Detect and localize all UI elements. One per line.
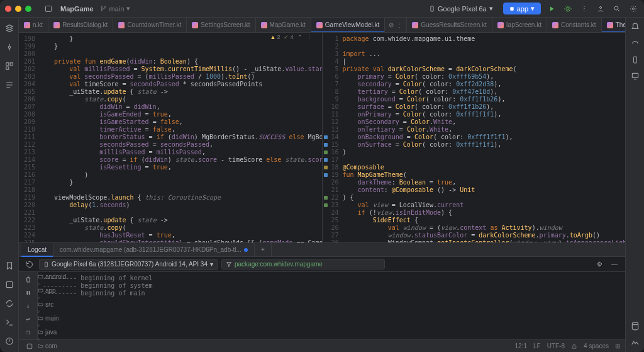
structure-tool-icon[interactable] bbox=[3, 78, 16, 92]
sync-icon[interactable] bbox=[3, 297, 16, 310]
file-tab[interactable]: ResultsDialog.kt bbox=[48, 18, 113, 32]
clear-log-icon[interactable] bbox=[23, 275, 34, 284]
nav-home-icon[interactable] bbox=[24, 341, 35, 352]
pin-icon[interactable]: ⊘ bbox=[389, 21, 394, 28]
database-icon[interactable] bbox=[630, 321, 641, 332]
caret-position[interactable]: 12:1 bbox=[514, 343, 526, 349]
notifications-icon[interactable] bbox=[630, 21, 641, 33]
git-branch[interactable]: main ▾ bbox=[100, 4, 131, 13]
restart-logcat-icon[interactable] bbox=[24, 259, 35, 270]
logcat-process-tab[interactable]: com.whidev.mapgame (adb-31281JEGR00737-H… bbox=[53, 243, 255, 256]
logcat-device-dropdown[interactable]: Google Pixel 6a (31281JEGR00737) Android… bbox=[39, 259, 218, 270]
device-selector[interactable]: Google Pixel 6a ▾ bbox=[424, 3, 498, 14]
tab-label: CountdownTimer.kt bbox=[127, 21, 181, 28]
logcat-filter-input[interactable]: package:com.whidev.mapgame bbox=[221, 259, 385, 270]
file-tab[interactable]: MapGame.kt bbox=[256, 18, 311, 32]
tab-actions[interactable]: ⊘ ⋮ bbox=[385, 18, 407, 32]
line-separator[interactable]: LF bbox=[533, 343, 541, 349]
code-with-me-icon[interactable] bbox=[595, 3, 606, 14]
collapse-panel-icon[interactable]: — bbox=[609, 259, 620, 270]
breadcrumb-segment[interactable]: app bbox=[38, 287, 73, 294]
file-tab[interactable]: Theme.kt bbox=[602, 18, 625, 32]
settings-icon[interactable] bbox=[628, 3, 639, 14]
breadcrumb-bar: android › app › src › main › java › com … bbox=[19, 339, 625, 352]
weak-warning-icon: ✓ bbox=[284, 34, 289, 40]
lock-icon[interactable] bbox=[571, 343, 577, 349]
inspection-indicator-icon[interactable]: ⌃ bbox=[297, 34, 303, 40]
kotlin-file-icon bbox=[552, 22, 558, 28]
split-icon[interactable]: ❐ bbox=[23, 327, 34, 337]
run-button[interactable] bbox=[546, 3, 557, 14]
logcat-settings-icon[interactable]: ⚙ bbox=[594, 259, 605, 270]
emulator-icon[interactable] bbox=[630, 71, 641, 82]
build-variants-icon[interactable] bbox=[3, 278, 16, 292]
active-dot-icon bbox=[244, 248, 248, 252]
file-tab[interactable]: CountdownTimer.kt bbox=[113, 18, 187, 32]
search-icon[interactable] bbox=[611, 3, 623, 14]
kotlin-file-icon bbox=[118, 22, 125, 28]
resource-manager-icon[interactable] bbox=[3, 59, 16, 73]
bookmarks-tool-icon[interactable] bbox=[3, 259, 16, 273]
file-tab[interactable]: IapScreen.kt bbox=[492, 18, 547, 32]
problems-tool-icon[interactable] bbox=[3, 334, 16, 348]
tab-label: GameViewModel.kt bbox=[325, 21, 380, 28]
branch-name: main bbox=[109, 5, 125, 13]
svg-rect-14 bbox=[6, 281, 12, 287]
project-tool-icon[interactable] bbox=[3, 21, 16, 35]
scroll-end-icon[interactable]: ↓ bbox=[23, 301, 34, 310]
logcat-side-toolbar: ↓ ↩ ❐ bbox=[19, 272, 38, 339]
breadcrumb-segment[interactable]: main bbox=[38, 315, 73, 322]
breadcrumb-segment[interactable]: src bbox=[38, 301, 73, 308]
file-tab[interactable]: n.kt bbox=[19, 18, 48, 32]
svg-rect-19 bbox=[27, 344, 32, 349]
inspection-badges[interactable]: ▲2 ✓4 ⌃ ⋮ bbox=[270, 34, 312, 40]
breadcrumb-segment[interactable]: android bbox=[38, 273, 73, 280]
svg-rect-18 bbox=[28, 291, 30, 295]
svg-rect-11 bbox=[6, 63, 8, 65]
logcat-output[interactable]: --------- beginning of kernel --------- … bbox=[38, 272, 625, 339]
file-tab[interactable]: SettingsScreen.kt bbox=[187, 18, 255, 32]
profiler-icon[interactable] bbox=[630, 337, 641, 348]
svg-rect-20 bbox=[572, 346, 576, 348]
breadcrumb-segment[interactable]: java bbox=[38, 329, 73, 336]
project-icon[interactable] bbox=[43, 3, 54, 14]
more-icon[interactable]: ⋮ bbox=[306, 34, 312, 40]
tab-label: Theme.kt bbox=[616, 21, 625, 28]
add-tab-button[interactable]: + bbox=[255, 243, 272, 256]
debug-button[interactable] bbox=[562, 3, 574, 14]
commit-tool-icon[interactable] bbox=[3, 40, 16, 54]
code-area-left[interactable]: 1981992002012022032042052062072082092102… bbox=[19, 33, 322, 242]
terminal-tool-icon[interactable] bbox=[3, 315, 16, 329]
code-area-right[interactable]: 1234567891011121314151617181920212223242… bbox=[323, 33, 626, 242]
window-controls[interactable] bbox=[5, 6, 31, 12]
wrap-icon[interactable]: ↩ bbox=[23, 314, 34, 324]
minimize-icon[interactable] bbox=[15, 6, 21, 12]
pause-log-icon[interactable] bbox=[23, 288, 34, 297]
more-actions-button[interactable]: ⋮ bbox=[579, 3, 590, 14]
run-config-selector[interactable]: app ▾ bbox=[503, 3, 541, 14]
file-encoding[interactable]: UTF-8 bbox=[547, 343, 565, 349]
breadcrumb-segment[interactable]: com bbox=[38, 343, 73, 349]
svg-rect-12 bbox=[10, 63, 13, 65]
memory-icon[interactable]: ⊞ bbox=[615, 343, 620, 349]
kotlin-file-icon bbox=[497, 22, 504, 28]
file-tab[interactable]: GameViewModel.kt bbox=[311, 18, 386, 32]
svg-point-2 bbox=[104, 6, 106, 8]
right-toolstrip bbox=[625, 18, 644, 352]
close-icon[interactable] bbox=[5, 6, 11, 12]
gradle-icon[interactable] bbox=[630, 38, 641, 49]
device-manager-icon[interactable] bbox=[630, 54, 641, 65]
indent-setting[interactable]: 4 spaces bbox=[584, 343, 609, 349]
project-name[interactable]: MapGame bbox=[60, 5, 94, 13]
kotlin-file-icon bbox=[607, 22, 613, 28]
tab-label: IapScreen.kt bbox=[506, 21, 541, 28]
svg-rect-5 bbox=[510, 7, 513, 10]
file-tab[interactable]: GuessResultsScreen.kt bbox=[407, 18, 492, 32]
tab-label: MapGame.kt bbox=[270, 21, 306, 28]
svg-point-10 bbox=[8, 46, 11, 48]
maximize-icon[interactable] bbox=[25, 6, 31, 12]
logcat-tab[interactable]: Logcat bbox=[21, 243, 53, 256]
file-tab[interactable]: Constants.kt bbox=[547, 18, 602, 32]
tab-label: n.kt bbox=[33, 21, 43, 28]
kotlin-file-icon bbox=[412, 22, 418, 28]
